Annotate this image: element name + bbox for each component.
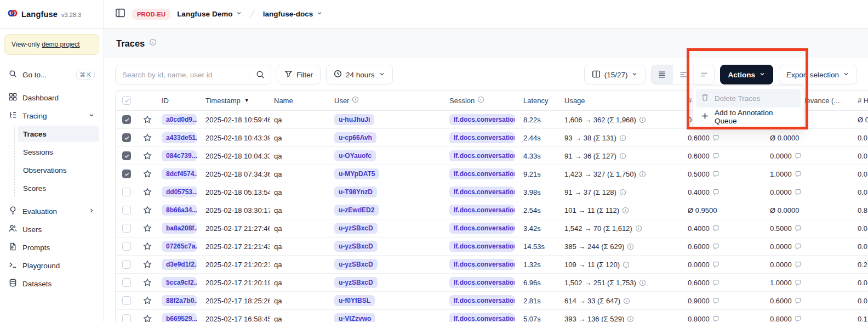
trace-id-pill[interactable]: 5cca9cf2... — [162, 277, 197, 288]
row-height-tall-button[interactable] — [693, 65, 714, 84]
header-user[interactable]: User — [330, 96, 445, 105]
row-checkbox[interactable] — [122, 206, 131, 214]
trace-id-pill[interactable]: 88f2a7b0... — [162, 295, 197, 306]
row-checkbox[interactable] — [122, 278, 131, 287]
table-row[interactable]: b669529...2025-02-17 16:58:45qau-VIZzvwo… — [116, 310, 868, 322]
session-pill[interactable]: lf.docs.conversation... — [449, 277, 515, 288]
header-name[interactable]: Name — [270, 97, 330, 105]
sidebar-item-scores[interactable]: Scores — [18, 180, 99, 196]
session-pill[interactable]: lf.docs.conversation... — [449, 114, 515, 125]
header-latency[interactable]: Latency — [519, 97, 560, 105]
trace-id-pill[interactable]: ba8a208f... — [162, 223, 197, 234]
trace-id-pill[interactable]: b669529... — [162, 313, 197, 322]
sidebar-item-playground[interactable]: Playground — [4, 257, 99, 274]
table-row[interactable]: 8dcf4574...2025-02-18 07:34:36qau-MYpDAT… — [116, 165, 868, 183]
sidebar-item-tracing[interactable]: Tracing — [4, 108, 99, 124]
header-last-truncated[interactable]: # H — [853, 97, 868, 105]
session-pill[interactable]: lf.docs.conversation... — [449, 313, 515, 322]
actions-button[interactable]: Actions — [720, 65, 773, 84]
row-checkbox[interactable] — [122, 188, 131, 196]
trace-id-pill[interactable]: dd05753... — [162, 187, 197, 197]
bookmark-star-icon[interactable] — [138, 278, 157, 287]
trace-id-pill[interactable]: d3e9d1f2... — [162, 259, 197, 270]
table-row[interactable]: ba8a208f...2025-02-17 21:27:46qau-yzSBxc… — [116, 219, 868, 238]
header-id[interactable]: ID — [157, 97, 201, 105]
table-row[interactable]: a433de51...2025-02-18 10:43:39qau-cp66Av… — [116, 129, 868, 147]
trace-id-pill[interactable]: 8b66a34... — [162, 205, 197, 216]
session-pill[interactable]: lf.docs.conversation... — [449, 223, 515, 234]
bookmark-star-icon[interactable] — [138, 115, 157, 124]
user-pill[interactable]: u-huJhuJi — [334, 114, 374, 125]
table-row[interactable]: 084c739...2025-02-18 10:04:33qau-OYauofc… — [116, 147, 868, 165]
trace-id-pill[interactable]: a433de51... — [162, 132, 197, 143]
row-checkbox[interactable] — [122, 224, 131, 233]
user-pill[interactable]: u-yzSBxcD — [334, 223, 378, 234]
session-pill[interactable]: lf.docs.conversation... — [449, 150, 515, 161]
user-pill[interactable]: u-T98YnzD — [334, 187, 377, 197]
sidebar-item-observations[interactable]: Observations — [18, 162, 99, 178]
bookmark-star-icon[interactable] — [138, 133, 157, 142]
session-pill[interactable]: lf.docs.conversation... — [449, 205, 515, 216]
session-pill[interactable]: lf.docs.conversation... — [449, 132, 515, 143]
user-pill[interactable]: u-OYauofc — [334, 150, 376, 161]
user-pill[interactable]: u-yzSBxcD — [334, 277, 378, 288]
sidebar-item-dashboard[interactable]: Dashboard — [4, 89, 99, 106]
search-submit-button[interactable] — [249, 65, 271, 84]
bookmark-star-icon[interactable] — [138, 206, 157, 214]
row-checkbox[interactable] — [122, 115, 131, 124]
table-row[interactable]: 8b66a34...2025-02-18 03:30:17qau-zEwdED2… — [116, 201, 868, 219]
row-checkbox[interactable] — [122, 151, 131, 160]
session-pill[interactable]: lf.docs.conversation... — [449, 241, 515, 252]
session-pill[interactable]: lf.docs.conversation... — [449, 295, 515, 306]
bookmark-star-icon[interactable] — [138, 296, 157, 305]
user-pill[interactable]: u-f0YfBSL — [334, 295, 375, 306]
menu-item-delete-traces[interactable]: Delete Traces — [696, 89, 801, 108]
session-pill[interactable]: lf.docs.conversation... — [449, 259, 515, 270]
timerange-button[interactable]: 24 hours — [326, 65, 393, 84]
sidebar-item-sessions[interactable]: Sessions — [18, 144, 99, 160]
table-row[interactable]: 07265c7a...2025-02-17 21:21:43qau-yzSBxc… — [116, 238, 868, 256]
row-checkbox[interactable] — [122, 314, 131, 322]
breadcrumb-org[interactable]: Langfuse Demo — [177, 10, 242, 18]
sidebar-item-evaluation[interactable]: Evaluation — [4, 203, 99, 219]
row-height-compact-button[interactable] — [652, 65, 672, 84]
user-pill[interactable]: u-yzSBxcD — [334, 241, 378, 252]
filter-button[interactable]: Filter — [277, 65, 321, 84]
sidebar-item-datasets[interactable]: Datasets — [4, 275, 99, 292]
menu-item-add-to-annotation-queue[interactable]: Add to Annotation Queue — [696, 108, 801, 126]
row-height-medium-button[interactable] — [672, 65, 693, 84]
header-usage[interactable]: Usage — [560, 97, 683, 105]
user-pill[interactable]: u-cp66Avh — [334, 132, 376, 143]
user-pill[interactable]: u-zEwdED2 — [334, 205, 379, 216]
select-all-checkbox[interactable] — [122, 96, 131, 105]
bookmark-star-icon[interactable] — [138, 260, 157, 269]
table-row[interactable]: dd05753...2025-02-18 05:13:54qau-T98YnzD… — [116, 183, 868, 201]
session-pill[interactable]: lf.docs.conversation... — [449, 168, 515, 179]
header-session[interactable]: Session — [445, 96, 519, 105]
user-pill[interactable]: u-MYpDAT5 — [334, 168, 379, 179]
sidebar-item-traces[interactable]: Traces — [18, 126, 99, 142]
trace-id-pill[interactable]: 07265c7a... — [162, 241, 197, 252]
sidebar-item-users[interactable]: Users — [4, 221, 99, 238]
bookmark-star-icon[interactable] — [138, 242, 157, 251]
sidebar-toggle-icon[interactable] — [115, 8, 125, 20]
goto-search[interactable]: Go to... ⌘ K — [4, 66, 99, 83]
demo-project-link[interactable]: demo project — [42, 41, 79, 48]
columns-button[interactable]: (15/27) — [584, 65, 646, 84]
row-checkbox[interactable] — [122, 242, 131, 251]
table-row[interactable]: d3e9d1f2...2025-02-17 21:20:21qau-yzSBxc… — [116, 256, 868, 274]
sidebar-item-prompts[interactable]: Prompts — [4, 239, 99, 256]
row-checkbox[interactable] — [122, 296, 131, 305]
user-pill[interactable]: u-VIZzvwo — [334, 313, 375, 322]
user-pill[interactable]: u-yzSBxcD — [334, 259, 378, 270]
bookmark-star-icon[interactable] — [138, 151, 157, 160]
table-row[interactable]: 88f2a7b0...2025-02-17 18:25:26qau-f0YfBS… — [116, 292, 868, 310]
trace-id-pill[interactable]: 084c739... — [162, 150, 197, 161]
row-checkbox[interactable] — [122, 170, 131, 178]
bookmark-star-icon[interactable] — [138, 170, 157, 178]
trace-id-pill[interactable]: a0cd0d9... — [162, 114, 197, 125]
export-selection-button[interactable]: Export selection — [779, 65, 857, 84]
table-row[interactable]: 5cca9cf2...2025-02-17 21:20:19qau-yzSBxc… — [116, 274, 868, 292]
bookmark-star-icon[interactable] — [138, 188, 157, 196]
bookmark-star-icon[interactable] — [138, 314, 157, 322]
